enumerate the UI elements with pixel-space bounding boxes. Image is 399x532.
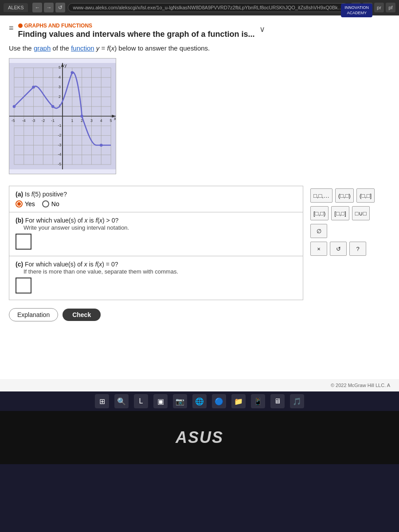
symbol-row-1: □,□,… (□,□) (□,□] [310, 188, 390, 203]
svg-text:-1: -1 [51, 118, 55, 123]
symbol-row-3: ∅ [310, 224, 390, 238]
svg-text:2: 2 [59, 94, 61, 99]
back-button[interactable]: ← [32, 3, 42, 12]
taskbar-window[interactable]: ▣ [153, 394, 168, 408]
svg-point-51 [51, 105, 55, 108]
svg-text:-1: -1 [58, 123, 62, 128]
main-area: ≡ GRAPHS AND FUNCTIONS Finding values an… [0, 16, 399, 391]
svg-text:5: 5 [110, 118, 112, 123]
symbol-closed-closed[interactable]: [□,□] [331, 206, 349, 220]
symbol-closed-open[interactable]: [□,□) [310, 206, 329, 220]
answer-input-b[interactable] [16, 234, 31, 250]
graph-link[interactable]: graph [34, 44, 51, 52]
question-b-subtext: Write your answer using interval notatio… [23, 224, 129, 231]
symbol-union[interactable]: □∪□ [352, 206, 370, 220]
explanation-button[interactable]: Explanation [9, 308, 58, 321]
symbol-panel: □,□,… (□,□) (□,□] [□,□) [□,□] □∪□ ∅ × ↺ … [310, 186, 390, 300]
svg-text:x: x [114, 116, 116, 121]
section-label: GRAPHS AND FUNCTIONS [18, 23, 255, 29]
asus-logo: ASUS [176, 428, 223, 447]
taskbar-edge[interactable]: 🔵 [212, 394, 226, 408]
taskbar-start[interactable]: ⊞ [95, 394, 109, 408]
question-a-block: (a) Is f(5) positive? Yes No [9, 186, 303, 212]
svg-point-52 [71, 71, 74, 74]
radio-yes-circle[interactable] [16, 200, 23, 207]
symbol-open-open[interactable]: (□,□) [335, 188, 354, 203]
taskbar-search[interactable]: 🔍 [114, 394, 129, 408]
svg-text:-5: -5 [12, 118, 15, 123]
taskbar-app2[interactable]: 🖥 [270, 394, 285, 408]
svg-text:4: 4 [100, 118, 102, 123]
address-bar[interactable]: www-awu.aleks.com/alekscgi/x/lsl.exe/1o_… [68, 3, 348, 12]
svg-point-49 [13, 105, 16, 108]
profile-icon-2[interactable]: pf [386, 3, 395, 12]
symbol-undo[interactable]: ↺ [330, 242, 347, 256]
radio-no[interactable]: No [42, 200, 59, 207]
symbol-row-2: [□,□) [□,□] □∪□ [310, 206, 390, 220]
instruction-text-middle: of the [51, 44, 71, 52]
symbol-open-open-dots[interactable]: □,□,… [310, 188, 332, 203]
svg-text:-4: -4 [22, 118, 26, 123]
question-a-label: (a) [16, 191, 23, 198]
function-link[interactable]: function [71, 44, 94, 52]
forward-button[interactable]: → [44, 3, 54, 12]
taskbar-folder[interactable]: 📁 [231, 394, 246, 408]
symbol-open-closed[interactable]: (□,□] [356, 188, 375, 203]
aleks-container: ≡ GRAPHS AND FUNCTIONS Finding values an… [0, 16, 399, 379]
symbol-row-4: × ↺ ? [310, 242, 390, 256]
question-b-text: (b) For which value(s) of x is f(x) > 0?… [16, 217, 297, 231]
aleks-header: ≡ GRAPHS AND FUNCTIONS Finding values an… [9, 23, 390, 39]
question-c-label: (c) [16, 261, 23, 268]
refresh-button[interactable]: ↺ [55, 3, 65, 12]
browser-tab[interactable]: ALEKS [4, 3, 28, 12]
header-text-block: GRAPHS AND FUNCTIONS Finding values and … [18, 23, 255, 39]
radio-yes[interactable]: Yes [16, 200, 35, 207]
browser-controls: ← → ↺ [32, 3, 65, 12]
taskbar-browser[interactable]: 🌐 [192, 394, 207, 408]
profile-icon[interactable]: pr [374, 3, 384, 12]
answer-input-c[interactable] [16, 278, 31, 293]
svg-text:1: 1 [71, 118, 73, 123]
svg-text:3: 3 [59, 85, 61, 89]
question-a-text: (a) Is f(5) positive? [16, 191, 297, 198]
instruction-text-before: Use the [9, 44, 34, 52]
svg-text:3: 3 [90, 118, 93, 123]
taskbar-files[interactable]: L [134, 394, 148, 408]
svg-text:5: 5 [59, 65, 61, 70]
taskbar-app1[interactable]: 📱 [251, 394, 265, 408]
bottom-buttons: Explanation Check [9, 308, 390, 321]
questions-left: (a) Is f(5) positive? Yes No [9, 186, 303, 300]
radio-no-circle[interactable] [42, 200, 49, 207]
svg-point-53 [80, 115, 83, 118]
question-c-block: (c) For which value(s) of x is f(x) = 0?… [9, 256, 303, 300]
symbol-times[interactable]: × [310, 242, 327, 256]
svg-text:-2: -2 [58, 133, 62, 137]
problem-title: Finding values and intervals where the g… [18, 30, 255, 39]
question-b-block: (b) For which value(s) of x is f(x) > 0?… [9, 212, 303, 256]
symbol-empty-set[interactable]: ∅ [310, 224, 327, 238]
svg-text:-5: -5 [58, 162, 62, 166]
taskbar-camera[interactable]: 📷 [173, 394, 187, 408]
svg-text:-4: -4 [58, 152, 62, 156]
chevron-down-icon[interactable]: ∨ [259, 24, 265, 34]
taskbar-music[interactable]: 🎵 [290, 394, 304, 408]
browser-chrome: ALEKS ← → ↺ www-awu.aleks.com/alekscgi/x… [0, 0, 399, 16]
question-b-label: (b) [16, 217, 23, 224]
svg-text:-3: -3 [32, 118, 35, 123]
radio-no-label: No [51, 200, 59, 207]
check-button[interactable]: Check [63, 309, 101, 321]
svg-text:-2: -2 [41, 118, 45, 123]
radio-yes-label: Yes [25, 200, 35, 207]
question-c-subtext: If there is more than one value, separat… [23, 268, 178, 275]
question-c-text: (c) For which value(s) of x is f(x) = 0?… [16, 261, 297, 275]
hamburger-menu[interactable]: ≡ [9, 23, 14, 33]
questions-panel: (a) Is f(5) positive? Yes No [9, 186, 390, 300]
symbol-help[interactable]: ? [349, 242, 366, 256]
instruction: Use the graph of the function y = f(x) b… [9, 44, 390, 52]
radio-group-a: Yes No [16, 200, 297, 207]
svg-text:y: y [64, 63, 67, 68]
taskbar: ⊞ 🔍 L ▣ 📷 🌐 🔵 📁 📱 🖥 🎵 [0, 391, 399, 411]
svg-text:-3: -3 [58, 143, 62, 147]
svg-text:4: 4 [59, 75, 61, 79]
graph-area: x y -5 -4 -3 -2 -1 1 2 3 4 5 5 4 3 2 1 -… [9, 58, 116, 174]
